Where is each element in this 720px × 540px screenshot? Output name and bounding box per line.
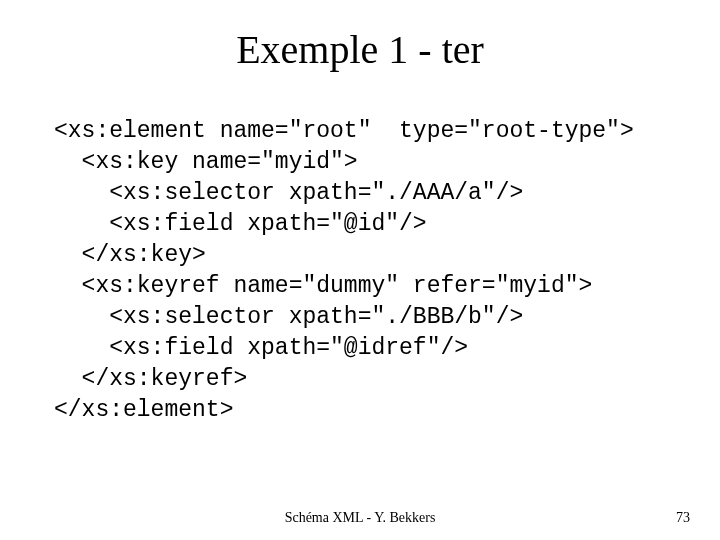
footer-author: Schéma XML - Y. Bekkers xyxy=(0,510,720,526)
page-number: 73 xyxy=(676,510,690,526)
slide: Exemple 1 - ter <xs:element name="root" … xyxy=(0,0,720,540)
code-line: <xs:keyref name="dummy" refer="myid"> xyxy=(54,273,592,299)
code-line: <xs:selector xpath="./BBB/b"/> xyxy=(54,304,523,330)
code-line: <xs:element name="root" type="root-type"… xyxy=(54,118,634,144)
code-line: <xs:field xpath="@idref"/> xyxy=(54,335,468,361)
code-line: <xs:selector xpath="./AAA/a"/> xyxy=(54,180,523,206)
code-line: </xs:keyref> xyxy=(54,366,247,392)
code-line: <xs:key name="myid"> xyxy=(54,149,358,175)
slide-title: Exemple 1 - ter xyxy=(0,26,720,73)
code-line: <xs:field xpath="@id"/> xyxy=(54,211,427,237)
code-line: </xs:element> xyxy=(54,397,233,423)
code-block: <xs:element name="root" type="root-type"… xyxy=(54,116,634,426)
code-line: </xs:key> xyxy=(54,242,206,268)
